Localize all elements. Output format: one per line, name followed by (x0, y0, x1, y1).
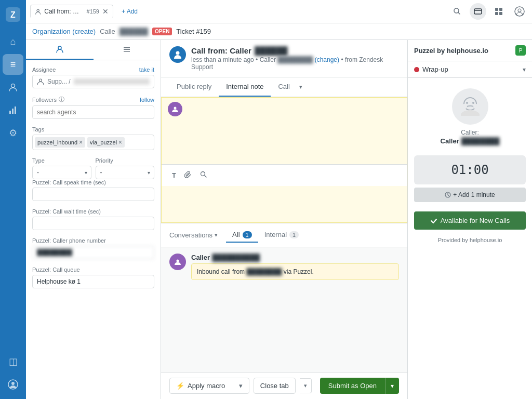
puzzel-logo: P (515, 45, 526, 56)
info-icon: ⓘ (59, 96, 64, 103)
svg-point-8 (37, 9, 39, 11)
top-bar: Call from: Caller #159 ✕ + Add (26, 0, 532, 23)
svg-rect-13 (495, 12, 498, 15)
nav-item-settings[interactable]: ⚙ (3, 123, 23, 143)
tab-internal-note[interactable]: Internal note (219, 77, 271, 97)
call-queue-group: Puzzel: Call queue (32, 267, 154, 288)
tag-remove-via-puzzel[interactable]: × (118, 139, 122, 146)
apply-macro-btn[interactable]: ⚡ Apply macro ▾ (169, 378, 249, 394)
org-link[interactable]: Organization (create) (32, 28, 96, 35)
nav-item-home[interactable]: ⌂ (3, 31, 23, 52)
priority-col: Priority - (96, 157, 155, 179)
take-it-link[interactable]: take it (139, 66, 154, 73)
nav-item-reports[interactable] (3, 100, 23, 121)
conv-avatar (169, 254, 186, 270)
search-reply-btn[interactable] (198, 169, 209, 182)
profile-btn[interactable] (511, 3, 528, 20)
caller-meta: less than a minute ago • Caller ████████… (191, 56, 399, 71)
svg-rect-12 (499, 8, 502, 11)
tags-container[interactable]: puzzel_inbound × via_puzzel × (32, 135, 154, 150)
tab-call[interactable]: Call (271, 77, 297, 97)
conversations-bar: Conversations ▾ All 1 Internal 1 (161, 223, 407, 247)
nav-item-tickets[interactable]: ≡ (3, 54, 23, 75)
submit-as-open-btn[interactable]: Submit as Open (320, 378, 385, 394)
call-queue-input[interactable] (32, 275, 154, 288)
internal-count-badge: 1 (289, 231, 299, 238)
tab-ticket-num: #159 (87, 8, 99, 15)
priority-select[interactable]: - (96, 166, 155, 179)
person-icon (37, 78, 44, 85)
svg-point-22 (176, 51, 180, 55)
assignee-value: Supp... / (47, 78, 71, 85)
type-select-wrapper: - (32, 166, 91, 179)
submit-dropdown-btn[interactable]: ▾ (385, 378, 399, 394)
call-wait-label: Puzzel: Call wait time (sec) (32, 208, 154, 215)
svg-rect-4 (12, 109, 14, 114)
svg-point-21 (39, 79, 42, 82)
conv-content: Caller ██████████ Inbound call from ████… (191, 254, 399, 280)
type-select[interactable]: - (32, 166, 91, 179)
main-content: Call from: Caller #159 ✕ + Add (26, 0, 532, 399)
nav-item-apps[interactable]: ◫ (3, 351, 23, 372)
svg-point-30 (473, 104, 478, 109)
timer-display: 01:00 (414, 155, 526, 184)
reply-textarea[interactable] (187, 102, 401, 164)
tab-label: Call from: Caller (44, 8, 83, 15)
caller-phone-input[interactable] (32, 246, 154, 259)
change-link[interactable]: (change) (315, 56, 339, 63)
priority-select-wrapper: - (96, 166, 155, 179)
nav-item-profile[interactable] (3, 374, 23, 395)
add-minute-btn[interactable]: + Add 1 minute (414, 188, 526, 202)
tab-public-reply[interactable]: Public reply (169, 77, 219, 97)
svg-rect-11 (495, 8, 498, 11)
conv-tab-internal[interactable]: Internal 1 (258, 228, 305, 243)
caller-avatar (169, 46, 186, 63)
conv-tab-all[interactable]: All 1 (226, 228, 258, 243)
tag-puzzel-inbound[interactable]: puzzel_inbound × (35, 137, 85, 148)
puzzel-status[interactable]: Wrap-up ▾ (408, 61, 532, 78)
tag-via-puzzel[interactable]: via_puzzel × (87, 137, 125, 148)
add-tab-btn[interactable]: + Add (117, 6, 142, 17)
conv-item: Caller ██████████ Inbound call from ████… (161, 247, 407, 286)
status-text: Wrap-up (422, 65, 448, 73)
tab-list[interactable] (94, 40, 161, 60)
follow-link[interactable]: follow (140, 97, 154, 103)
svg-point-24 (201, 172, 205, 176)
tags-group: Tags puzzel_inbound × via_puzzel × (32, 126, 154, 150)
caller-info: Call from: Caller ██████ less than a min… (169, 46, 399, 71)
tab-person[interactable] (26, 40, 94, 60)
format-text-btn[interactable]: T (170, 169, 178, 181)
close-tab-chevron-btn[interactable]: ▾ (300, 378, 312, 393)
open-badge: OPEN (152, 28, 172, 35)
call-speak-label: Puzzel: Call speak time (sec) (32, 179, 154, 185)
timer-section: 01:00 + Add 1 minute (414, 155, 526, 202)
conversations-label[interactable]: Conversations ▾ (169, 231, 218, 239)
available-for-new-calls-btn[interactable]: Available for New Calls (414, 211, 526, 230)
call-speak-input[interactable] (32, 188, 154, 201)
search-agents-input[interactable] (32, 105, 154, 119)
assignee-field[interactable]: Supp... / (32, 75, 154, 88)
close-tab-btn[interactable]: Close tab (254, 378, 296, 394)
search-btn[interactable] (449, 3, 466, 20)
svg-rect-19 (124, 49, 130, 50)
ticket-content-header: Call from: Caller ██████ less than a min… (161, 40, 407, 77)
current-tab[interactable]: Call from: Caller #159 ✕ (30, 5, 113, 18)
tab-close-btn[interactable]: ✕ (102, 7, 109, 16)
calls-btn[interactable] (470, 3, 486, 20)
attach-btn[interactable] (182, 169, 194, 182)
tag-remove-puzzel-inbound[interactable]: × (79, 139, 83, 146)
conv-tabs: All 1 Internal 1 (226, 228, 305, 243)
svg-point-7 (11, 382, 15, 385)
type-priority-row: Type - Priority - (32, 157, 154, 179)
nav-item-customers[interactable] (3, 77, 23, 98)
macro-label: Apply macro (188, 382, 225, 390)
reply-area: T (161, 97, 407, 223)
apps-btn[interactable] (490, 3, 507, 20)
svg-point-23 (174, 107, 177, 110)
puzzel-caller-label: Caller: (461, 129, 479, 136)
svg-point-27 (466, 102, 468, 104)
call-wait-input[interactable] (32, 217, 154, 230)
caller-breadcrumb: Calle (100, 28, 115, 35)
svg-rect-18 (124, 47, 130, 48)
followers-label: Followers ⓘ follow (32, 96, 154, 103)
